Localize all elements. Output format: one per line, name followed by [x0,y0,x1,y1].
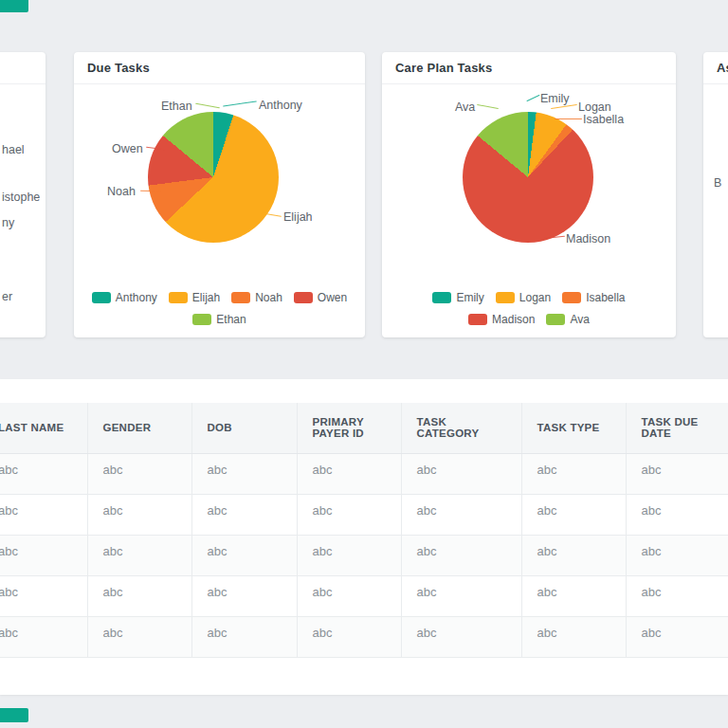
table-cell: abc [191,575,297,616]
legend-label: Emily [456,291,483,304]
table-cell: abc [626,616,728,657]
pie-slice-label-ava: Ava [455,100,475,114]
legend-swatch-logan [496,292,515,303]
leader-line-anthony [223,101,257,107]
legend-item-madison[interactable]: Madison [468,313,535,326]
card-due-tasks: Due Tasks AnthonyElijahNoahOwenEthan Ant… [74,52,365,337]
pie-slice-label-isabella: Isabella [583,113,624,126]
column-header-gender: GENDER [87,403,191,453]
table-cell: abc [87,616,191,657]
legend-item-owen[interactable]: Owen [294,291,347,304]
table-cell: abc [191,616,297,657]
column-header-task-category: TASK CATEGORY [401,403,521,453]
table-cell: abc [0,616,87,657]
legend-item-ethan[interactable]: Ethan [192,313,246,326]
column-header-dob: DOB [191,403,297,453]
legend-label: Noah [255,291,282,304]
legend-swatch-ava [546,314,565,325]
table-row: abcabcabcabcabcabcabc [0,453,728,494]
pie-slice-label-ethan: Ethan [161,100,192,113]
pie-slice-label-fragment: B [714,176,721,190]
leader-line-emily [526,95,539,102]
pie-slice-label-noah: Noah [107,185,136,198]
table-cell: abc [297,535,401,575]
pie-slice-label-anthony: Anthony [259,99,302,112]
card-care-plan-tasks: Care Plan Tasks EmilyLoganIsabellaMadiso… [382,52,676,337]
legend-item-anthony[interactable]: Anthony [92,291,157,304]
leader-line-ethan [195,103,220,109]
table-cell: abc [401,575,521,616]
legend-swatch-noah [231,292,250,303]
card-title-due-tasks: Due Tasks [74,52,365,84]
legend-label-fragment: er [2,290,12,303]
table-header-row: LAST NAMEGENDERDOBPRIMARY PAYER IDTASK C… [0,403,728,453]
table-cell: abc [626,453,728,494]
legend-swatch-anthony [92,292,111,303]
table-cell: abc [521,453,626,494]
card-title-left-partial [0,52,46,84]
legend-swatch-elijah [169,292,188,303]
table-row: abcabcabcabcabcabcabc [0,616,728,657]
legend-care-plan-tasks: EmilyLoganIsabellaMadisonAva [415,291,643,326]
table-row: abcabcabcabcabcabcabc [0,494,728,535]
leader-line-ava [477,104,499,109]
legend-label: Madison [492,313,535,326]
table-cell: abc [521,616,626,657]
table-row: abcabcabcabcabcabcabc [0,535,728,575]
table-cell: abc [87,535,191,575]
pie-slice-label-madison: Madison [566,232,610,246]
legend-swatch-emily [432,292,451,303]
legend-item-logan[interactable]: Logan [496,291,551,304]
table-cell: abc [626,494,728,535]
legend-item-emily[interactable]: Emily [432,291,483,304]
legend-label: Elijah [192,291,220,304]
legend-label: Logan [519,291,551,304]
patients-task-table-panel: LAST NAMEGENDERDOBPRIMARY PAYER IDTASK C… [0,379,728,695]
pie-slice-label-elijah: Elijah [283,210,313,224]
table-row: abcabcabcabcabcabcabc [0,575,728,616]
legend-swatch-madison [468,314,487,325]
table-cell: abc [401,494,521,535]
table-cell: abc [297,616,401,657]
column-header-task-type: TASK TYPE [521,403,626,453]
legend-label: Owen [318,291,347,304]
legend-swatch-ethan [192,314,211,325]
pie-slice-label-owen: Owen [112,142,143,155]
table-cell: abc [191,535,297,575]
table-cell: abc [0,453,87,494]
table-cell: abc [87,453,191,494]
table-cell: abc [297,575,401,616]
table-cell: abc [521,575,626,616]
pie-slice-label-logan: Logan [578,100,611,114]
column-header-last-name: LAST NAME [0,403,87,453]
legend-item-noah[interactable]: Noah [231,291,282,304]
patients-task-table: LAST NAMEGENDERDOBPRIMARY PAYER IDTASK C… [0,403,728,658]
legend-label: Ava [570,313,589,326]
pie-due-tasks[interactable] [148,112,279,243]
pie-care-plan-tasks[interactable] [463,112,593,243]
legend-item-isabella[interactable]: Isabella [562,291,625,304]
table-cell: abc [0,494,87,535]
legend-item-ava[interactable]: Ava [546,313,589,326]
legend-due-tasks: AnthonyElijahNoahOwenEthan [80,291,360,326]
column-header-primary-payer-id: PRIMARY PAYER ID [297,403,401,453]
pie-slice-label-fragment: ny [2,216,14,229]
table-cell: abc [626,575,728,616]
legend-label: Isabella [586,291,625,304]
table-cell: abc [87,494,191,535]
column-header-task-due-date: TASK DUE DATE [626,403,728,453]
pie-slice-label-fragment: hael [2,143,25,156]
table-cell: abc [401,535,521,575]
table-cell: abc [191,494,297,535]
table-cell: abc [297,494,401,535]
legend-item-elijah[interactable]: Elijah [169,291,220,304]
card-right-partial: Ass B [703,52,728,337]
table-cell: abc [521,494,626,535]
table-cell: abc [521,535,626,575]
table-cell: abc [0,575,87,616]
legend-label: Anthony [116,291,157,304]
teal-corner-accent-top [0,0,28,12]
teal-corner-accent-bottom [0,708,28,722]
pie-slice-label-fragment: istophe [2,191,40,204]
legend-label: Ethan [216,313,246,326]
